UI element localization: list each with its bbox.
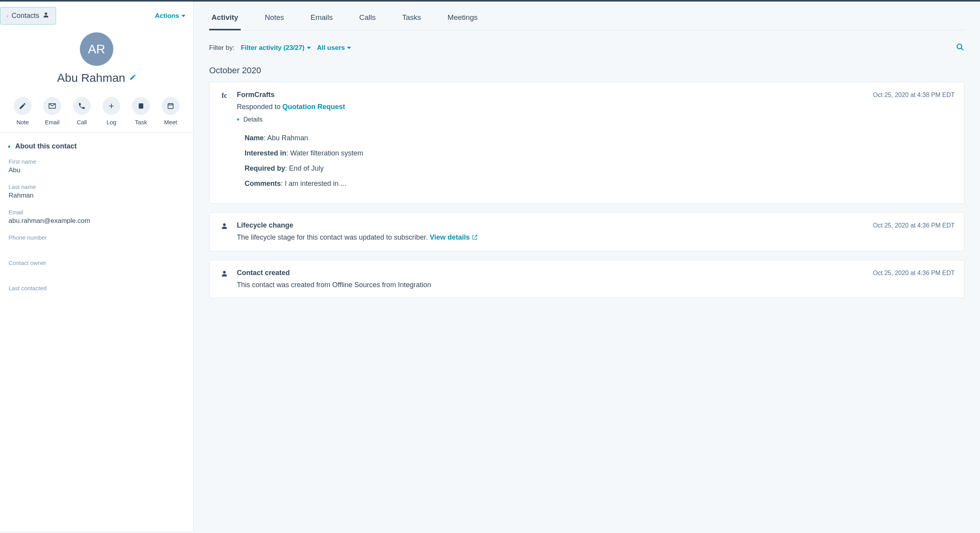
contact-name: Abu Rahman <box>57 71 125 85</box>
svg-point-3 <box>957 44 962 49</box>
task-button[interactable]: Task <box>132 97 150 125</box>
plus-icon <box>102 97 120 115</box>
log-button[interactable]: Log <box>102 97 120 125</box>
meet-button[interactable]: Meet <box>162 97 180 125</box>
detail-name: Name: Abu Rahman <box>245 134 955 142</box>
card-title: Lifecycle change <box>237 221 293 229</box>
quotation-link[interactable]: Quotation Request <box>282 103 345 111</box>
tab-tasks[interactable]: Tasks <box>400 9 424 30</box>
caret-down-icon <box>307 47 311 49</box>
contacts-back-button[interactable]: ‹ Contacts <box>0 7 56 25</box>
field-last-name[interactable]: Last name Rahman <box>9 184 185 199</box>
tabs: Activity Notes Emails Calls Tasks Meetin… <box>209 2 964 30</box>
avatar-block: AR Abu Rahman <box>0 30 193 88</box>
detail-required: Required by: End of July <box>245 164 955 173</box>
field-last-contacted[interactable]: Last contacted <box>9 285 185 301</box>
person-icon <box>219 269 230 289</box>
tab-emails[interactable]: Emails <box>308 9 335 30</box>
quick-actions: Note Email Call Log Task Meet <box>0 88 193 132</box>
activity-card-created: Contact created Oct 25, 2020 at 4:36 PM … <box>209 260 964 298</box>
caret-down-icon <box>347 47 351 49</box>
svg-point-5 <box>223 223 226 226</box>
card-timestamp: Oct 25, 2020 at 4:36 PM EDT <box>873 270 955 277</box>
contacts-label: Contacts <box>12 12 39 20</box>
activity-card-formcrafts: fc FormCrafts Oct 25, 2020 at 4:38 PM ED… <box>209 82 964 204</box>
note-button[interactable]: Note <box>14 97 32 125</box>
about-section-toggle[interactable]: ▾ About this contact <box>0 133 193 155</box>
field-list: First name Abu Last name Rahman Email ab… <box>0 155 193 310</box>
card-title: Contact created <box>237 269 290 277</box>
filter-activity-dropdown[interactable]: Filter activity (23/27) <box>241 44 310 52</box>
note-icon <box>14 97 32 115</box>
left-header: ‹ Contacts Actions <box>0 2 193 30</box>
field-email[interactable]: Email abu.rahman@example.com <box>9 209 185 225</box>
responded-line: Responded to Quotation Request <box>237 103 955 111</box>
filter-label: Filter by: <box>209 44 234 52</box>
tab-meetings[interactable]: Meetings <box>445 9 480 30</box>
avatar[interactable]: AR <box>80 32 113 66</box>
tab-activity[interactable]: Activity <box>209 9 241 30</box>
detail-comments: Comments: I am interested in ... <box>245 180 955 188</box>
activity-card-lifecycle: Lifecycle change Oct 25, 2020 at 4:36 PM… <box>209 212 964 251</box>
field-first-name[interactable]: First name Abu <box>9 158 185 174</box>
filter-users-dropdown[interactable]: All users <box>317 44 351 52</box>
chevron-left-icon: ‹ <box>7 13 9 19</box>
month-header: October 2020 <box>209 57 964 82</box>
details-toggle[interactable]: ▾ Details <box>237 116 263 123</box>
filter-row: Filter by: Filter activity (23/27) All u… <box>209 36 964 57</box>
task-icon <box>132 97 150 115</box>
created-text: This contact was created from Offline So… <box>237 281 955 289</box>
card-title: FormCrafts <box>237 91 275 99</box>
view-details-link[interactable]: View details <box>430 233 478 241</box>
call-icon <box>73 97 91 115</box>
lifecycle-text: The lifecycle stage for this contact was… <box>237 233 955 242</box>
email-button[interactable]: Email <box>43 97 61 125</box>
right-panel: Activity Notes Emails Calls Tasks Meetin… <box>194 2 980 531</box>
search-button[interactable] <box>956 43 964 53</box>
actions-dropdown[interactable]: Actions <box>155 12 185 20</box>
call-button[interactable]: Call <box>73 97 91 125</box>
calendar-icon <box>162 97 180 115</box>
person-icon <box>219 221 230 242</box>
field-phone[interactable]: Phone number <box>9 234 185 250</box>
person-icon <box>42 11 49 20</box>
svg-line-4 <box>961 48 964 51</box>
email-icon <box>43 97 61 115</box>
caret-down-icon <box>182 15 185 17</box>
details-list: Name: Abu Rahman Interested in: Water fi… <box>237 134 955 188</box>
field-owner[interactable]: Contact owner <box>9 259 185 275</box>
svg-point-6 <box>223 271 226 274</box>
left-panel: ‹ Contacts Actions AR Abu Rahman <box>0 2 194 531</box>
edit-name-button[interactable] <box>129 74 136 83</box>
tab-calls[interactable]: Calls <box>357 9 378 30</box>
svg-rect-2 <box>168 104 173 109</box>
svg-point-0 <box>45 12 47 15</box>
chevron-down-icon: ▾ <box>237 116 240 122</box>
tab-notes[interactable]: Notes <box>263 9 287 30</box>
svg-rect-1 <box>139 103 143 108</box>
formcrafts-icon: fc <box>222 92 227 195</box>
external-link-icon <box>472 234 478 242</box>
detail-interested: Interested in: Water filteration system <box>245 149 955 157</box>
chevron-down-icon: ▾ <box>8 143 11 150</box>
card-timestamp: Oct 25, 2020 at 4:38 PM EDT <box>873 92 955 99</box>
card-timestamp: Oct 25, 2020 at 4:36 PM EDT <box>873 222 955 229</box>
